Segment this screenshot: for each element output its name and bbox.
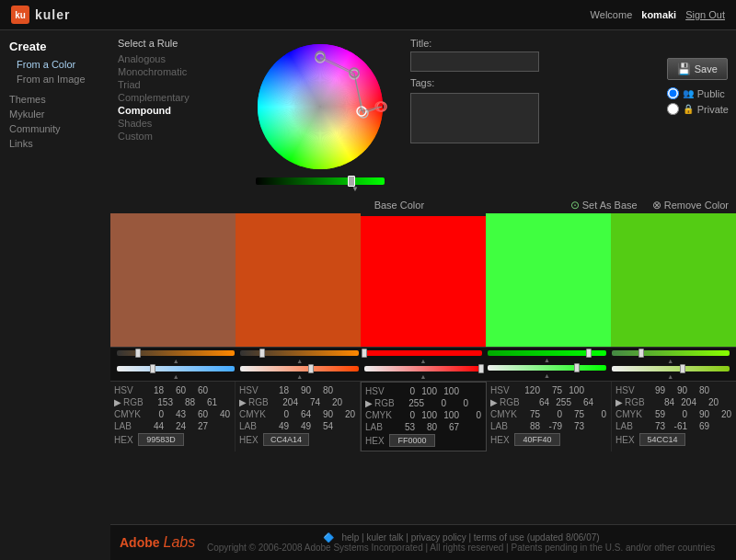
footer-copyright: Copyright © 2006-2008 Adobe Systems Inco… <box>195 543 727 553</box>
hue-slider-5[interactable] <box>612 350 730 356</box>
tags-input[interactable] <box>410 93 539 143</box>
sidebar-item-themes[interactable]: Themes <box>9 92 101 107</box>
sidebar-item-mykuler[interactable]: Mykuler <box>9 107 101 121</box>
hex-input-1[interactable] <box>138 433 184 446</box>
hsv-label-1: HSV <box>114 385 142 395</box>
logo-icon: ku <box>11 6 29 24</box>
cmyk-y-4: 75 <box>564 409 584 419</box>
sat-slider-1[interactable] <box>117 366 235 371</box>
set-as-base-btn[interactable]: ⊙ Set As Base <box>570 199 638 211</box>
hue-slider-2[interactable] <box>240 350 358 356</box>
lab-label-4: LAB <box>490 421 518 431</box>
private-option[interactable]: 🔒 Private <box>667 103 729 115</box>
remove-color-btn[interactable]: ⊗ Remove Color <box>652 199 729 211</box>
swatch-5[interactable] <box>611 213 736 347</box>
rule-shades[interactable]: Shades <box>118 117 237 130</box>
title-input[interactable] <box>410 51 539 72</box>
lab-label-1: LAB <box>114 421 142 431</box>
title-tags-area: Title: Tags: <box>403 38 658 145</box>
rgb-g-2: 74 <box>300 397 320 407</box>
slider-col-4: ▲ ▲ <box>485 350 608 380</box>
rgb-label-4: RGB <box>500 397 527 407</box>
rgb-label-5: RGB <box>625 397 652 407</box>
lab-a-4: -79 <box>542 421 562 431</box>
rgb-b-1: 61 <box>197 397 217 407</box>
rgb-label-1: RGB <box>123 397 151 407</box>
hue-slider-3[interactable] <box>364 350 482 356</box>
color-val-2: HSV 18 90 80 ▶ RGB 204 74 20 CMYK 0 64 9… <box>236 382 361 451</box>
swatch-2[interactable] <box>236 213 361 347</box>
hsv-h-1: 18 <box>144 385 164 395</box>
swatches-row <box>110 213 736 347</box>
cmyk-c-3: 0 <box>395 410 415 420</box>
footer-links-text[interactable]: help | kuler talk | privacy policy | ter… <box>341 532 599 543</box>
cmyk-label-4: CMYK <box>490 409 518 419</box>
visibility-group: 👥 Public 🔒 Private <box>667 87 729 115</box>
cmyk-c-1: 0 <box>144 409 164 419</box>
rgb-r-4: 64 <box>529 397 549 407</box>
swatch-4[interactable] <box>486 213 611 347</box>
rule-triad[interactable]: Triad <box>118 78 237 91</box>
swatch-3[interactable] <box>361 213 486 347</box>
cmyk-k-5: 20 <box>711 409 731 419</box>
cmyk-c-5: 59 <box>645 409 665 419</box>
base-color-label: Base Color <box>228 200 570 211</box>
sat-slider-4[interactable] <box>488 365 605 371</box>
cmyk-c-2: 0 <box>269 409 289 419</box>
sidebar-item-from-image[interactable]: From an Image <box>9 72 101 86</box>
arrow-1: ▶ <box>114 397 121 407</box>
swatch-1[interactable] <box>110 213 236 347</box>
hex-input-5[interactable] <box>639 433 685 446</box>
hex-input-3[interactable] <box>389 434 435 447</box>
rgb-r-5: 84 <box>654 397 674 407</box>
remove-color-label: Remove Color <box>664 200 729 211</box>
hex-input-4[interactable] <box>514 433 560 446</box>
private-label: Private <box>697 104 729 115</box>
sidebar-item-community[interactable]: Community <box>9 121 101 136</box>
hue-slider-1[interactable] <box>117 350 235 356</box>
rule-analogous[interactable]: Analogous <box>118 52 237 65</box>
rgb-g-4: 255 <box>551 397 571 407</box>
sat-slider-5[interactable] <box>612 366 730 371</box>
rule-custom[interactable]: Custom <box>118 130 237 143</box>
rule-compound[interactable]: Compound <box>118 104 237 117</box>
save-button[interactable]: 💾 Save <box>667 58 728 80</box>
sidebar-item-links[interactable]: Links <box>9 136 101 151</box>
public-radio[interactable] <box>667 87 679 99</box>
hsv-s-2: 90 <box>291 385 311 395</box>
cmyk-label-3: CMYK <box>365 410 393 420</box>
title-label: Title: <box>410 38 650 49</box>
rgb-g-5: 204 <box>676 397 696 407</box>
rule-complementary[interactable]: Complementary <box>118 91 237 104</box>
hsv-label-4: HSV <box>490 385 518 395</box>
lab-l-4: 88 <box>520 421 540 431</box>
lab-a-1: 24 <box>166 421 186 431</box>
sat-slider-2[interactable] <box>240 366 358 371</box>
color-wheel[interactable] <box>251 38 389 176</box>
rgb-b-4: 64 <box>573 397 593 407</box>
rule-monochromatic[interactable]: Monochromatic <box>118 65 237 78</box>
brightness-slider[interactable]: ▼ <box>256 177 385 193</box>
sat-slider-3[interactable] <box>364 366 482 371</box>
color-val-5: HSV 99 90 80 ▶ RGB 84 204 20 CMYK 59 0 9… <box>612 382 736 451</box>
sidebar-item-from-color[interactable]: From a Color <box>9 57 101 72</box>
hsv-s-1: 60 <box>166 385 186 395</box>
rgb-r-2: 204 <box>278 397 298 407</box>
public-option[interactable]: 👥 Public <box>667 87 729 99</box>
hsv-h-4: 120 <box>520 385 540 395</box>
base-color-actions: ⊙ Set As Base ⊗ Remove Color <box>570 199 729 211</box>
color-wheel-area: ▼ <box>247 38 394 193</box>
private-radio[interactable] <box>667 103 679 115</box>
hsv-label-2: HSV <box>239 385 267 395</box>
hex-input-2[interactable] <box>263 433 309 446</box>
hsv-v-1: 60 <box>188 385 208 395</box>
hue-slider-4[interactable] <box>488 350 605 356</box>
hsv-s-4: 75 <box>542 385 562 395</box>
cmyk-k-2: 20 <box>335 409 355 419</box>
sidebar-nav: Themes Mykuler Community Links <box>9 92 101 151</box>
slider-col-2: ▲ ▲ <box>237 350 361 380</box>
sign-out-link[interactable]: Sign Out <box>685 9 725 20</box>
color-wheel-svg[interactable] <box>251 38 389 176</box>
save-area: 💾 Save 👥 Public 🔒 Private <box>667 38 729 115</box>
cmyk-c-4: 75 <box>520 409 540 419</box>
